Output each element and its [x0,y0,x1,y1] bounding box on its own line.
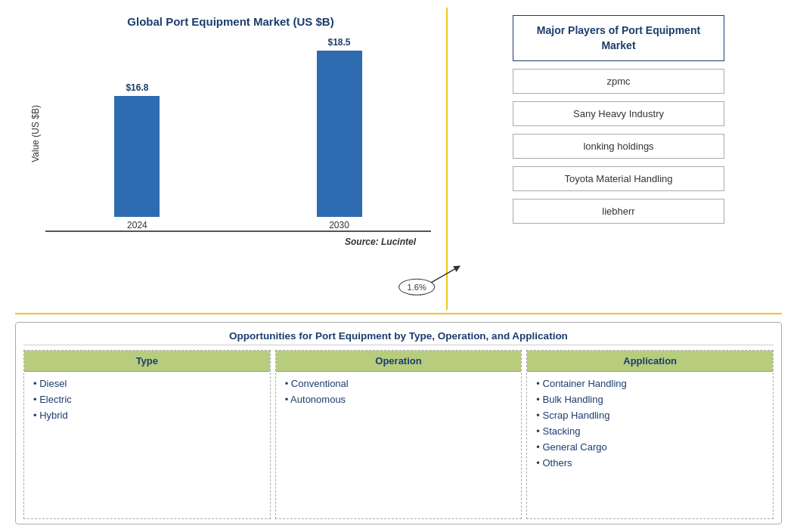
cagr-arrow-svg [427,264,465,286]
opp-col-body-type: • Diesel • Electric • Hybrid [24,372,270,427]
opp-col-body-operation: • Conventional • Autonomous [276,372,522,411]
opp-item-stacking: • Stacking [536,425,764,437]
opp-column-type: Type • Diesel • Electric • Hybrid [23,350,271,519]
main-container: Global Port Equipment Market (US $B) Val… [0,0,797,532]
opp-item-diesel: • Diesel [33,378,261,389]
major-players-title-box: Major Players of Port Equipment Market [513,15,724,61]
bar-2024 [114,96,160,217]
opp-col-header-operation: Operation [276,351,522,372]
opportunities-columns: Type • Diesel • Electric • Hybrid Operat… [23,350,774,519]
opp-item-container: • Container Handling [536,378,764,389]
horizontal-divider [15,313,782,314]
bar-group-2024: $16.8 2024 [114,82,160,230]
chart-wrapper: Value (US $B) $16.8 2024 1.6% [30,36,431,232]
opp-item-conventional: • Conventional [285,378,513,389]
opp-col-body-application: • Container Handling • Bulk Handling • S… [527,372,773,475]
bar-value-2024: $16.8 [126,82,148,93]
opp-item-bulk: • Bulk Handling [536,394,764,405]
opp-item-cargo: • General Cargo [536,441,764,453]
opp-col-header-type: Type [24,351,270,372]
bar-group-2030: $18.5 2030 [317,37,362,230]
opp-item-autonomous: • Autonomous [285,394,513,405]
opp-column-operation: Operation • Conventional • Autonomous [275,350,523,519]
chart-title: Global Port Equipment Market (US $B) [127,15,333,28]
major-players-area: Major Players of Port Equipment Market z… [455,8,782,310]
opp-column-application: Application • Container Handling • Bulk … [526,350,774,519]
bottom-section: Opportunities for Port Equipment by Type… [15,322,782,524]
player-sany: Sany Heavy Industry [513,101,724,126]
svg-line-1 [431,268,457,283]
player-toyota: Toyota Material Handling [513,166,724,191]
player-lonking: lonking holdings [513,134,724,159]
opp-col-header-application: Application [527,351,773,372]
y-axis-label: Value (US $B) [30,105,41,162]
opp-item-scrap: • Scrap Handling [536,410,764,421]
source-text: Source: Lucintel [30,237,431,247]
player-zpmc: zpmc [513,69,724,94]
bar-label-2030: 2030 [329,220,349,230]
bar-label-2024: 2024 [127,220,147,230]
bars-container: $16.8 2024 1.6% [45,36,431,230]
cagr-label: 1.6% [399,279,435,295]
x-axis-line [45,230,431,232]
top-section: Global Port Equipment Market (US $B) Val… [15,8,782,310]
opp-item-hybrid: • Hybrid [33,410,261,421]
opp-item-others: • Others [536,457,764,469]
bar-value-2030: $18.5 [328,37,351,48]
player-liebherr: liebherr [513,199,724,224]
opportunities-title: Opportunities for Port Equipment by Type… [23,327,774,345]
major-players-title: Major Players of Port Equipment Market [529,23,709,53]
chart-area: Global Port Equipment Market (US $B) Val… [15,8,439,310]
opp-item-electric: • Electric [33,394,261,405]
chart-inner: $16.8 2024 1.6% [45,36,431,232]
bar-2030 [317,51,362,217]
